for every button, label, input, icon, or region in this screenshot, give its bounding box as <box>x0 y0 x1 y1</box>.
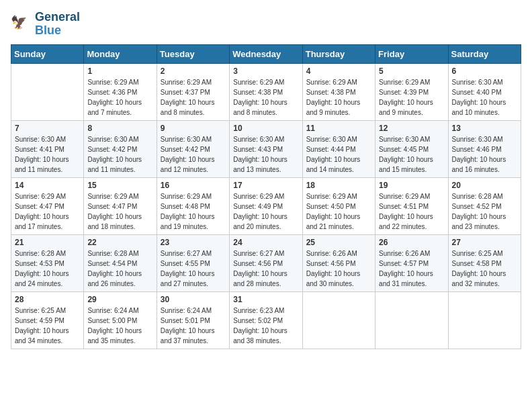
calendar-day-cell <box>302 291 375 349</box>
day-number: 7 <box>15 124 80 133</box>
day-info: Sunrise: 6:29 AMSunset: 4:48 PMDaylight:… <box>161 191 226 232</box>
day-number: 1 <box>87 66 152 76</box>
calendar-day-cell: 15Sunrise: 6:29 AMSunset: 4:47 PMDayligh… <box>84 177 157 234</box>
day-info: Sunrise: 6:27 AMSunset: 4:56 PMDaylight:… <box>233 248 298 289</box>
day-info: Sunrise: 6:27 AMSunset: 4:55 PMDaylight:… <box>161 248 226 289</box>
day-info: Sunrise: 6:29 AMSunset: 4:39 PMDaylight:… <box>379 77 444 118</box>
day-number: 16 <box>161 181 226 190</box>
calendar-day-cell: 31Sunrise: 6:23 AMSunset: 5:02 PMDayligh… <box>230 291 302 349</box>
day-info: Sunrise: 6:29 AMSunset: 4:49 PMDaylight:… <box>233 191 298 232</box>
day-info: Sunrise: 6:30 AMSunset: 4:45 PMDaylight:… <box>379 134 444 175</box>
logo-text: General Blue <box>35 11 80 38</box>
calendar-day-cell: 20Sunrise: 6:28 AMSunset: 4:52 PMDayligh… <box>448 177 521 234</box>
day-number: 2 <box>161 66 226 76</box>
calendar-day-cell: 26Sunrise: 6:26 AMSunset: 4:57 PMDayligh… <box>375 234 448 291</box>
weekday-header-wednesday: Wednesday <box>230 44 302 63</box>
day-info: Sunrise: 6:29 AMSunset: 4:47 PMDaylight:… <box>15 191 80 232</box>
day-number: 11 <box>306 124 371 133</box>
day-info: Sunrise: 6:26 AMSunset: 4:57 PMDaylight:… <box>379 248 444 289</box>
day-info: Sunrise: 6:30 AMSunset: 4:42 PMDaylight:… <box>87 134 152 175</box>
day-number: 17 <box>233 181 298 190</box>
calendar-day-cell: 14Sunrise: 6:29 AMSunset: 4:47 PMDayligh… <box>11 177 84 234</box>
day-info: Sunrise: 6:28 AMSunset: 4:54 PMDaylight:… <box>87 248 152 289</box>
day-number: 30 <box>161 295 226 304</box>
calendar-day-cell: 19Sunrise: 6:29 AMSunset: 4:51 PMDayligh… <box>375 177 448 234</box>
calendar-day-cell <box>448 291 521 349</box>
day-info: Sunrise: 6:29 AMSunset: 4:38 PMDaylight:… <box>233 77 298 118</box>
calendar-day-cell: 22Sunrise: 6:28 AMSunset: 4:54 PMDayligh… <box>84 234 157 291</box>
day-info: Sunrise: 6:29 AMSunset: 4:37 PMDaylight:… <box>161 77 226 118</box>
day-number: 10 <box>233 124 298 133</box>
weekday-header-sunday: Sunday <box>11 44 84 63</box>
calendar-week-row: 14Sunrise: 6:29 AMSunset: 4:47 PMDayligh… <box>11 177 521 234</box>
day-info: Sunrise: 6:24 AMSunset: 5:01 PMDaylight:… <box>161 306 226 346</box>
day-number: 15 <box>87 181 152 190</box>
day-info: Sunrise: 6:25 AMSunset: 4:59 PMDaylight:… <box>15 306 80 346</box>
day-info: Sunrise: 6:26 AMSunset: 4:56 PMDaylight:… <box>306 248 371 289</box>
day-number: 31 <box>233 295 298 304</box>
day-number: 18 <box>306 181 371 190</box>
day-number: 21 <box>15 238 80 247</box>
day-info: Sunrise: 6:29 AMSunset: 4:38 PMDaylight:… <box>306 77 371 118</box>
weekday-header-friday: Friday <box>375 44 448 63</box>
day-number: 19 <box>379 181 444 190</box>
day-number: 4 <box>306 66 371 76</box>
calendar-day-cell: 13Sunrise: 6:30 AMSunset: 4:46 PMDayligh… <box>448 120 521 177</box>
calendar-day-cell: 24Sunrise: 6:27 AMSunset: 4:56 PMDayligh… <box>230 234 302 291</box>
day-number: 12 <box>379 124 444 133</box>
day-info: Sunrise: 6:29 AMSunset: 4:47 PMDaylight:… <box>87 191 152 232</box>
weekday-header-saturday: Saturday <box>448 44 521 63</box>
day-info: Sunrise: 6:30 AMSunset: 4:46 PMDaylight:… <box>452 134 517 175</box>
calendar-day-cell: 28Sunrise: 6:25 AMSunset: 4:59 PMDayligh… <box>11 291 84 349</box>
calendar-week-row: 21Sunrise: 6:28 AMSunset: 4:53 PMDayligh… <box>11 234 521 291</box>
day-number: 6 <box>452 66 517 76</box>
day-info: Sunrise: 6:28 AMSunset: 4:52 PMDaylight:… <box>452 191 517 232</box>
day-info: Sunrise: 6:29 AMSunset: 4:51 PMDaylight:… <box>379 191 444 232</box>
day-number: 26 <box>379 238 444 247</box>
calendar-week-row: 28Sunrise: 6:25 AMSunset: 4:59 PMDayligh… <box>11 291 521 349</box>
calendar-day-cell: 16Sunrise: 6:29 AMSunset: 4:48 PMDayligh… <box>157 177 229 234</box>
day-number: 23 <box>161 238 226 247</box>
page-header: 🦅 General Blue <box>11 11 521 38</box>
logo: 🦅 General Blue <box>11 11 80 38</box>
calendar-day-cell <box>375 291 448 349</box>
day-info: Sunrise: 6:30 AMSunset: 4:42 PMDaylight:… <box>161 134 226 175</box>
calendar-day-cell: 1Sunrise: 6:29 AMSunset: 4:36 PMDaylight… <box>84 63 157 120</box>
weekday-header-row: SundayMondayTuesdayWednesdayThursdayFrid… <box>11 44 521 63</box>
calendar-day-cell: 2Sunrise: 6:29 AMSunset: 4:37 PMDaylight… <box>157 63 229 120</box>
day-info: Sunrise: 6:23 AMSunset: 5:02 PMDaylight:… <box>233 306 298 346</box>
calendar-day-cell: 3Sunrise: 6:29 AMSunset: 4:38 PMDaylight… <box>230 63 302 120</box>
calendar-day-cell: 6Sunrise: 6:30 AMSunset: 4:40 PMDaylight… <box>448 63 521 120</box>
calendar-day-cell: 23Sunrise: 6:27 AMSunset: 4:55 PMDayligh… <box>157 234 229 291</box>
calendar-day-cell: 11Sunrise: 6:30 AMSunset: 4:44 PMDayligh… <box>302 120 375 177</box>
day-number: 24 <box>233 238 298 247</box>
day-number: 5 <box>379 66 444 76</box>
calendar-day-cell: 21Sunrise: 6:28 AMSunset: 4:53 PMDayligh… <box>11 234 84 291</box>
calendar-day-cell: 18Sunrise: 6:29 AMSunset: 4:50 PMDayligh… <box>302 177 375 234</box>
calendar-day-cell: 9Sunrise: 6:30 AMSunset: 4:42 PMDaylight… <box>157 120 229 177</box>
day-number: 29 <box>87 295 152 304</box>
weekday-header-tuesday: Tuesday <box>157 44 229 63</box>
calendar-table: SundayMondayTuesdayWednesdayThursdayFrid… <box>11 44 521 349</box>
day-number: 20 <box>452 181 517 190</box>
day-info: Sunrise: 6:30 AMSunset: 4:41 PMDaylight:… <box>15 134 80 175</box>
day-info: Sunrise: 6:29 AMSunset: 4:36 PMDaylight:… <box>87 77 152 118</box>
day-info: Sunrise: 6:30 AMSunset: 4:40 PMDaylight:… <box>452 77 517 118</box>
calendar-week-row: 1Sunrise: 6:29 AMSunset: 4:36 PMDaylight… <box>11 63 521 120</box>
day-info: Sunrise: 6:29 AMSunset: 4:50 PMDaylight:… <box>306 191 371 232</box>
day-number: 28 <box>15 295 80 304</box>
day-number: 13 <box>452 124 517 133</box>
calendar-day-cell: 5Sunrise: 6:29 AMSunset: 4:39 PMDaylight… <box>375 63 448 120</box>
weekday-header-monday: Monday <box>84 44 157 63</box>
calendar-day-cell: 27Sunrise: 6:25 AMSunset: 4:58 PMDayligh… <box>448 234 521 291</box>
day-info: Sunrise: 6:30 AMSunset: 4:44 PMDaylight:… <box>306 134 371 175</box>
calendar-day-cell: 29Sunrise: 6:24 AMSunset: 5:00 PMDayligh… <box>84 291 157 349</box>
day-number: 9 <box>161 124 226 133</box>
day-number: 27 <box>452 238 517 247</box>
calendar-day-cell: 8Sunrise: 6:30 AMSunset: 4:42 PMDaylight… <box>84 120 157 177</box>
calendar-day-cell: 4Sunrise: 6:29 AMSunset: 4:38 PMDaylight… <box>302 63 375 120</box>
calendar-week-row: 7Sunrise: 6:30 AMSunset: 4:41 PMDaylight… <box>11 120 521 177</box>
day-number: 14 <box>15 181 80 190</box>
calendar-day-cell: 10Sunrise: 6:30 AMSunset: 4:43 PMDayligh… <box>230 120 302 177</box>
day-info: Sunrise: 6:28 AMSunset: 4:53 PMDaylight:… <box>15 248 80 289</box>
